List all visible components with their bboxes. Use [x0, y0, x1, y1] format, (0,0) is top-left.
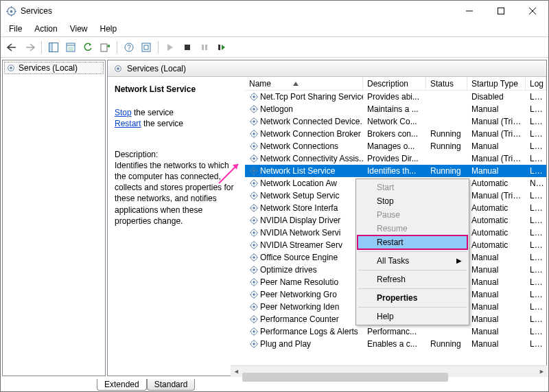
- context-menu: Start Stop Pause Resume Restart All Task…: [355, 178, 469, 325]
- table-row[interactable]: Network Connected Device...Network Co...…: [245, 115, 546, 128]
- ctx-all-tasks[interactable]: All Tasks▶: [358, 254, 467, 268]
- table-row[interactable]: NetlogonMaintains a ...ManualLoc: [245, 103, 546, 115]
- menu-action[interactable]: Action: [29, 23, 62, 35]
- desc-label: Description:: [115, 149, 238, 160]
- help-topics-button[interactable]: [139, 40, 154, 55]
- gear-icon: [113, 64, 123, 73]
- svg-point-146: [253, 330, 255, 333]
- svg-point-92: [253, 219, 255, 222]
- menubar: File Action View Help: [1, 21, 548, 37]
- scroll-right-button[interactable]: ►: [536, 366, 548, 378]
- ctx-stop[interactable]: Stop: [358, 194, 467, 208]
- show-hide-tree-button[interactable]: [46, 40, 61, 55]
- svg-point-56: [253, 145, 255, 148]
- table-row[interactable]: Plug and PlayEnables a c...RunningManual…: [245, 338, 546, 350]
- tree-root-label: Services (Local): [19, 63, 78, 73]
- svg-point-1: [10, 10, 13, 12]
- col-logon[interactable]: Log: [526, 77, 546, 90]
- table-row[interactable]: Net.Tcp Port Sharing ServiceProvides abi…: [245, 91, 546, 103]
- menu-file[interactable]: File: [3, 23, 27, 35]
- desc-text: Identifies the networks to which the com…: [115, 160, 238, 227]
- horizontal-scrollbar[interactable]: ◄ ►: [231, 365, 548, 377]
- svg-rect-7: [498, 8, 504, 14]
- svg-point-140: [253, 318, 255, 321]
- svg-point-116: [253, 268, 255, 271]
- svg-rect-23: [185, 45, 190, 50]
- properties-button[interactable]: [63, 40, 78, 55]
- ctx-resume: Resume: [358, 222, 467, 235]
- svg-point-110: [253, 256, 255, 259]
- close-button[interactable]: [517, 1, 548, 21]
- ctx-pause: Pause: [358, 208, 467, 222]
- svg-point-38: [253, 108, 255, 111]
- submenu-arrow-icon: ▶: [456, 257, 462, 264]
- svg-point-152: [253, 343, 255, 345]
- svg-point-134: [253, 305, 255, 308]
- col-status[interactable]: Status: [426, 77, 467, 90]
- pause-service-button[interactable]: [197, 40, 212, 55]
- svg-point-44: [253, 120, 255, 123]
- grid-header: Name Description Status Startup Type Log: [245, 77, 546, 91]
- tree-root-item[interactable]: Services (Local): [4, 62, 104, 74]
- scroll-thumb[interactable]: [242, 373, 448, 382]
- gear-icon: [6, 63, 16, 73]
- stop-link[interactable]: Stop: [115, 108, 132, 117]
- pane-title: Services (Local): [127, 64, 186, 73]
- table-row[interactable]: Network Connection BrokerBrokers con...R…: [245, 128, 546, 140]
- ctx-properties[interactable]: Properties: [358, 291, 467, 305]
- titlebar: Services: [1, 1, 548, 21]
- stop-service-button[interactable]: [180, 40, 195, 55]
- svg-point-98: [253, 231, 255, 234]
- svg-rect-25: [205, 45, 207, 50]
- svg-point-86: [253, 207, 255, 209]
- toolbar: ?: [1, 37, 548, 58]
- ctx-restart[interactable]: Restart: [358, 235, 467, 249]
- services-window: Services File Action View Help ?: [0, 0, 549, 392]
- menu-view[interactable]: View: [65, 23, 93, 35]
- selected-service-name: Network List Service: [115, 84, 238, 95]
- table-row[interactable]: Network ConnectionsManages o...RunningMa…: [245, 140, 546, 152]
- tab-standard[interactable]: Standard: [147, 379, 196, 391]
- pane-header: Services (Local): [108, 60, 546, 77]
- ctx-start: Start: [358, 181, 467, 194]
- svg-point-80: [253, 194, 255, 197]
- menu-help[interactable]: Help: [95, 23, 123, 35]
- svg-text:?: ?: [127, 44, 131, 51]
- scroll-left-button[interactable]: ◄: [231, 366, 242, 378]
- svg-rect-18: [101, 44, 107, 51]
- refresh-button[interactable]: [80, 40, 95, 55]
- table-row[interactable]: Performance Logs & AlertsPerformanc...Ma…: [245, 325, 546, 338]
- svg-point-74: [253, 182, 255, 185]
- export-button[interactable]: [97, 40, 113, 55]
- help-button[interactable]: ?: [121, 40, 137, 55]
- table-row[interactable]: Network List ServiceIdentifies th...Runn…: [245, 165, 546, 177]
- col-startup[interactable]: Startup Type: [467, 77, 526, 90]
- svg-point-122: [253, 281, 255, 284]
- tab-extended[interactable]: Extended: [97, 379, 147, 391]
- back-button[interactable]: [5, 40, 20, 55]
- gear-icon: [6, 6, 16, 16]
- tree-pane[interactable]: Services (Local): [2, 60, 106, 376]
- svg-rect-24: [202, 45, 204, 50]
- svg-point-104: [253, 244, 255, 246]
- detail-pane: Network List Service Stop the service Re…: [108, 77, 245, 376]
- start-service-button[interactable]: [163, 40, 178, 55]
- table-row[interactable]: Network Connectivity Assis...Provides Di…: [245, 152, 546, 165]
- svg-rect-21: [142, 43, 150, 51]
- svg-point-68: [253, 170, 255, 172]
- restart-link[interactable]: Restart: [115, 119, 141, 128]
- minimize-button[interactable]: [454, 1, 485, 21]
- svg-point-62: [253, 157, 255, 160]
- svg-point-50: [253, 132, 255, 135]
- col-description[interactable]: Description: [363, 77, 426, 90]
- right-pane: Services (Local) Network List Service St…: [107, 60, 547, 376]
- svg-point-128: [253, 293, 255, 296]
- ctx-help[interactable]: Help: [358, 310, 467, 323]
- restart-service-button[interactable]: [214, 40, 229, 55]
- maximize-button[interactable]: [485, 1, 517, 21]
- ctx-refresh[interactable]: Refresh: [358, 273, 467, 286]
- forward-button[interactable]: [22, 40, 37, 55]
- svg-rect-26: [218, 45, 220, 50]
- col-name[interactable]: Name: [245, 77, 363, 90]
- svg-point-28: [10, 67, 12, 69]
